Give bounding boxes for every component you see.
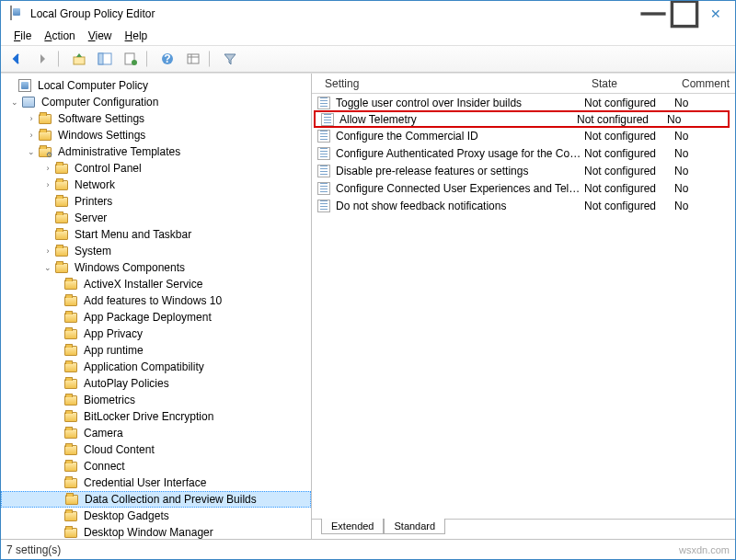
setting-state: Not configured [584,147,674,160]
tree-system[interactable]: ›System [1,243,311,259]
help-button[interactable]: ? [155,48,179,70]
setting-row[interactable]: Allow TelemetryNot configuredNo [314,110,730,128]
setting-name: Configure the Commercial ID [332,130,584,143]
properties-button[interactable] [119,48,143,70]
menu-action[interactable]: Action [39,28,80,44]
setting-row[interactable]: Configure the Commercial IDNot configure… [312,127,735,144]
menu-file[interactable]: File [8,28,37,44]
tree-admin-templates[interactable]: ⌄Administrative Templates [1,143,311,160]
svg-text:?: ? [164,52,170,65]
list-header: Setting State Comment [312,74,735,94]
setting-name: Allow Telemetry [336,113,577,126]
main-area: Local Computer Policy ⌄Computer Configur… [1,73,735,539]
svg-rect-1 [672,1,696,26]
titlebar: Local Group Policy Editor ✕ [1,1,735,27]
filter-button[interactable] [218,48,242,70]
tree-wc-cloud[interactable]: Cloud Content [1,441,311,458]
tree-windows-components[interactable]: ⌄Windows Components [1,259,311,276]
tree-wc-app-privacy[interactable]: App Privacy [1,326,311,342]
toolbar-separator [58,51,63,67]
setting-comment: No [667,113,728,126]
setting-icon [316,130,332,143]
setting-comment: No [674,200,735,212]
setting-row[interactable]: Do not show feedback notificationsNot co… [312,197,735,214]
setting-comment: No [674,97,735,109]
setting-row[interactable]: Configure Authenticated Proxy usage for … [312,144,735,162]
svg-point-6 [132,60,137,65]
tree-wc-app-runtime[interactable]: App runtime [1,342,311,359]
setting-state: Not configured [577,113,667,126]
setting-icon [316,97,332,109]
menubar: File Action View Help [1,27,735,45]
setting-comment: No [674,130,735,143]
watermark: wsxdn.com [679,544,730,555]
setting-icon [319,113,336,126]
tree-wc-connect[interactable]: Connect [1,458,311,474]
col-state[interactable]: State [584,77,674,90]
window-title: Local Group Policy Editor [30,7,638,20]
tree-pane: Local Computer Policy ⌄Computer Configur… [1,74,312,539]
back-button[interactable] [5,48,29,70]
svg-rect-4 [98,53,103,64]
minimize-button[interactable] [638,3,669,25]
setting-icon [316,200,332,212]
tree-wc-activex[interactable]: ActiveX Installer Service [1,276,311,292]
tree-wc-add-features[interactable]: Add features to Windows 10 [1,292,311,309]
list-body[interactable]: Toggle user control over Insider buildsN… [312,94,735,519]
setting-icon [316,147,332,160]
setting-state: Not configured [584,130,674,143]
tree-wc-cred-ui[interactable]: Credential User Interface [1,474,311,491]
col-comment[interactable]: Comment [674,77,735,90]
toolbar-separator [209,51,214,67]
statusbar: 7 setting(s) wsxdn.com [1,539,735,559]
tree-software-settings[interactable]: ›Software Settings [1,110,311,127]
tree-wc-bitlocker[interactable]: BitLocker Drive Encryption [1,408,311,425]
tree-control-panel[interactable]: ›Control Panel [1,160,311,177]
tree-printers[interactable]: Printers [1,193,311,210]
view-tabs: Extended Standard [312,519,735,539]
forward-button[interactable] [30,48,54,70]
toolbar: ? [1,45,735,73]
maximize-button[interactable] [669,3,700,25]
tree-network[interactable]: ›Network [1,177,311,193]
setting-row[interactable]: Configure Connected User Experiences and… [312,179,735,197]
tree-windows-settings[interactable]: ›Windows Settings [1,127,311,143]
setting-icon [316,165,332,177]
setting-state: Not configured [584,165,674,177]
menu-view[interactable]: View [83,28,118,44]
view-button[interactable] [181,48,205,70]
setting-name: Toggle user control over Insider builds [332,97,584,109]
tree-computer-config[interactable]: ⌄Computer Configuration [1,94,311,110]
setting-name: Do not show feedback notifications [332,200,584,212]
menu-help[interactable]: Help [120,28,154,44]
tab-extended[interactable]: Extended [321,519,384,534]
tree-wc-app-compat[interactable]: Application Compatibility [1,359,311,375]
setting-comment: No [674,165,735,177]
tree-wc-autoplay[interactable]: AutoPlay Policies [1,375,311,392]
tree-wc-camera[interactable]: Camera [1,425,311,441]
tree-wc-desktop-gadgets[interactable]: Desktop Gadgets [1,508,311,524]
svg-rect-9 [188,54,199,63]
setting-state: Not configured [584,97,674,109]
tree-root[interactable]: Local Computer Policy [1,77,311,94]
tree-wc-dwm[interactable]: Desktop Window Manager [1,524,311,539]
show-hide-tree-button[interactable] [93,48,117,70]
setting-name: Disable pre-release features or settings [332,165,584,177]
close-button[interactable]: ✕ [700,3,731,25]
navigation-tree[interactable]: Local Computer Policy ⌄Computer Configur… [1,74,311,539]
settings-pane: Setting State Comment Toggle user contro… [312,74,735,539]
col-setting[interactable]: Setting [312,77,584,90]
setting-row[interactable]: Toggle user control over Insider buildsN… [312,94,735,111]
up-button[interactable] [67,48,91,70]
tree-wc-data-collection[interactable]: Data Collection and Preview Builds [1,491,311,508]
tree-wc-biometrics[interactable]: Biometrics [1,392,311,408]
tree-start-menu[interactable]: Start Menu and Taskbar [1,226,311,243]
tree-server[interactable]: Server [1,210,311,226]
status-text: 7 setting(s) [6,543,61,556]
app-icon [10,6,25,21]
tree-wc-app-package[interactable]: App Package Deployment [1,309,311,326]
tab-standard[interactable]: Standard [384,519,445,534]
setting-state: Not configured [584,182,674,195]
setting-row[interactable]: Disable pre-release features or settings… [312,162,735,179]
setting-comment: No [674,182,735,195]
